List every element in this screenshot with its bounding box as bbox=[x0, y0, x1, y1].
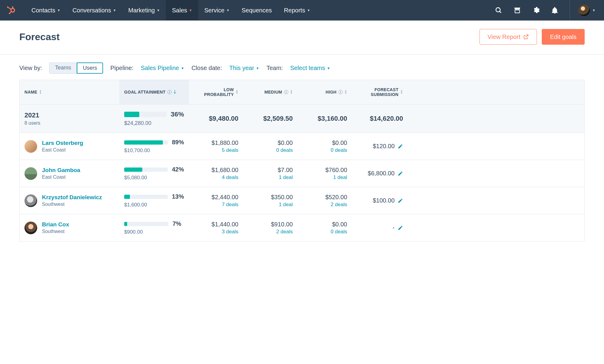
medium-deals-link[interactable]: 0 deals bbox=[248, 147, 293, 153]
col-low-probability[interactable]: LOW PROBABILITY ▲▼ bbox=[189, 80, 243, 104]
segment-teams[interactable]: Teams bbox=[49, 62, 77, 74]
col-high[interactable]: HIGH i ▲▼ bbox=[298, 80, 352, 104]
low-deals-link[interactable]: 5 deals bbox=[194, 147, 238, 153]
nav-item-contacts[interactable]: Contacts▼ bbox=[25, 0, 66, 21]
pipeline-select[interactable]: Sales Pipeline ▼ bbox=[141, 65, 184, 72]
col-goal-label: GOAL ATTAINMENT bbox=[124, 90, 166, 94]
progress-bar bbox=[124, 222, 168, 226]
segment-users[interactable]: Users bbox=[77, 62, 103, 74]
goal-pct: 13% bbox=[172, 193, 184, 200]
team-value: Select teams bbox=[290, 65, 325, 72]
info-icon: i bbox=[284, 90, 288, 94]
summary-name: 2021 8 users bbox=[20, 105, 119, 132]
nav-label: Reports bbox=[284, 7, 305, 14]
caret-down-icon: ▼ bbox=[256, 66, 259, 70]
summary-goal: 36% $24,280.00 bbox=[119, 104, 189, 133]
user-avatar-icon bbox=[24, 194, 37, 207]
high-deals-link[interactable]: 1 deal bbox=[302, 174, 347, 180]
summary-low-value: $9,480.00 bbox=[209, 115, 238, 122]
col-name[interactable]: NAME ▲▼ bbox=[20, 80, 119, 104]
col-forecast-submission[interactable]: FORECAST SUBMISSION ▲▼ bbox=[352, 80, 408, 104]
close-date-select[interactable]: This year ▼ bbox=[229, 65, 259, 72]
summary-medium: $2,509.50 bbox=[243, 109, 298, 129]
user-name-link[interactable]: Brian Cox bbox=[42, 221, 69, 228]
view-report-button[interactable]: View Report bbox=[480, 29, 537, 45]
col-goal-attainment[interactable]: GOAL ATTAINMENT i ▲▼ bbox=[119, 80, 189, 104]
table-header: NAME ▲▼ GOAL ATTAINMENT i ▲▼ LOW PROBABI… bbox=[20, 80, 584, 104]
user-region: Southwest bbox=[42, 202, 102, 207]
user-name-link[interactable]: Lars Osterberg bbox=[42, 140, 83, 146]
chevron-down-icon: ▼ bbox=[307, 8, 310, 12]
nav-item-service[interactable]: Service▼ bbox=[198, 0, 236, 21]
nav-item-sales[interactable]: Sales▼ bbox=[166, 0, 198, 21]
user-avatar-icon bbox=[24, 140, 37, 153]
chevron-down-icon: ▼ bbox=[157, 8, 160, 12]
settings-gear-icon[interactable] bbox=[532, 6, 540, 14]
table-row: Brian CoxSouthwest7%$900.00$1,440.003 de… bbox=[20, 214, 584, 241]
forecast-table: NAME ▲▼ GOAL ATTAINMENT i ▲▼ LOW PROBABI… bbox=[19, 80, 585, 241]
high-cell: $760.001 deal bbox=[298, 161, 352, 187]
marketplace-icon[interactable] bbox=[513, 6, 521, 14]
medium-deals-link[interactable]: 1 deal bbox=[248, 174, 293, 180]
high-deals-link[interactable]: 2 deals bbox=[302, 202, 347, 208]
team-select[interactable]: Select teams ▼ bbox=[290, 65, 330, 72]
nav-label: Sequences bbox=[242, 7, 272, 14]
medium-amount: $7.00 bbox=[248, 167, 293, 174]
nav-label: Service bbox=[204, 7, 224, 14]
summary-goal-pct: 36% bbox=[171, 110, 184, 118]
edit-pencil-icon[interactable] bbox=[398, 198, 403, 203]
edit-pencil-icon[interactable] bbox=[398, 171, 403, 176]
external-link-icon bbox=[523, 34, 529, 40]
low-deals-link[interactable]: 7 deals bbox=[194, 202, 238, 208]
svg-point-7 bbox=[496, 8, 500, 12]
sort-icon: ▲▼ bbox=[236, 90, 238, 94]
svg-line-6 bbox=[10, 12, 11, 13]
low-deals-link[interactable]: 4 deals bbox=[194, 174, 238, 180]
low-cell: $1,680.004 deals bbox=[189, 161, 243, 187]
edit-pencil-icon[interactable] bbox=[398, 144, 403, 149]
nav-label: Sales bbox=[172, 7, 187, 14]
chevron-down-icon: ▼ bbox=[189, 8, 192, 12]
medium-amount: $910.00 bbox=[248, 221, 293, 228]
user-cell: Brian CoxSouthwest bbox=[20, 215, 119, 240]
progress-bar bbox=[124, 140, 168, 145]
edit-goals-button[interactable]: Edit goals bbox=[542, 29, 585, 45]
medium-deals-link[interactable]: 1 deal bbox=[248, 202, 293, 208]
forecast-amount: - bbox=[392, 224, 395, 231]
col-medium[interactable]: MEDIUM i ▲▼ bbox=[243, 80, 298, 104]
notifications-bell-icon[interactable] bbox=[551, 6, 559, 14]
medium-cell: $0.000 deals bbox=[243, 133, 298, 159]
user-name-link[interactable]: John Gamboa bbox=[42, 167, 80, 174]
low-cell: $2,440.007 deals bbox=[189, 188, 243, 214]
high-deals-link[interactable]: 0 deals bbox=[302, 147, 347, 153]
search-icon[interactable] bbox=[495, 6, 502, 14]
nav-item-marketing[interactable]: Marketing▼ bbox=[122, 0, 166, 21]
progress-bar bbox=[124, 112, 166, 117]
filters-bar: View by: Teams Users Pipeline: Sales Pip… bbox=[0, 55, 604, 80]
account-menu[interactable]: ▼ bbox=[570, 0, 596, 21]
nav-left: Contacts▼Conversations▼Marketing▼Sales▼S… bbox=[5, 0, 316, 21]
nav-label: Marketing bbox=[128, 7, 155, 14]
summary-row: 2021 8 users 36% $24,280.00 $9,480.00 $2… bbox=[20, 104, 584, 133]
pipeline-label: Pipeline: bbox=[110, 65, 134, 72]
nav-item-sequences[interactable]: Sequences bbox=[236, 0, 278, 21]
medium-deals-link[interactable]: 2 deals bbox=[248, 229, 293, 235]
info-icon: i bbox=[167, 90, 172, 94]
edit-goals-label: Edit goals bbox=[550, 34, 577, 40]
nav-items: Contacts▼Conversations▼Marketing▼Sales▼S… bbox=[25, 0, 316, 21]
goal-cell: 89%$10,700.00 bbox=[119, 133, 189, 160]
user-name-link[interactable]: Krzysztof Danielewicz bbox=[42, 194, 102, 201]
low-amount: $1,680.00 bbox=[194, 167, 238, 174]
nav-item-conversations[interactable]: Conversations▼ bbox=[66, 0, 122, 21]
summary-high-value: $3,160.00 bbox=[318, 115, 347, 122]
low-cell: $1,440.003 deals bbox=[189, 215, 243, 241]
low-deals-link[interactable]: 3 deals bbox=[194, 229, 238, 235]
high-deals-link[interactable]: 0 deals bbox=[302, 229, 347, 235]
goal-amount: $5,080.00 bbox=[124, 175, 184, 181]
nav-label: Contacts bbox=[31, 7, 55, 14]
nav-item-reports[interactable]: Reports▼ bbox=[278, 0, 316, 21]
view-by-segment: Teams Users bbox=[49, 62, 103, 74]
high-cell: $520.002 deals bbox=[298, 188, 352, 214]
view-by-label: View by: bbox=[19, 65, 42, 72]
edit-pencil-icon[interactable] bbox=[398, 225, 403, 231]
